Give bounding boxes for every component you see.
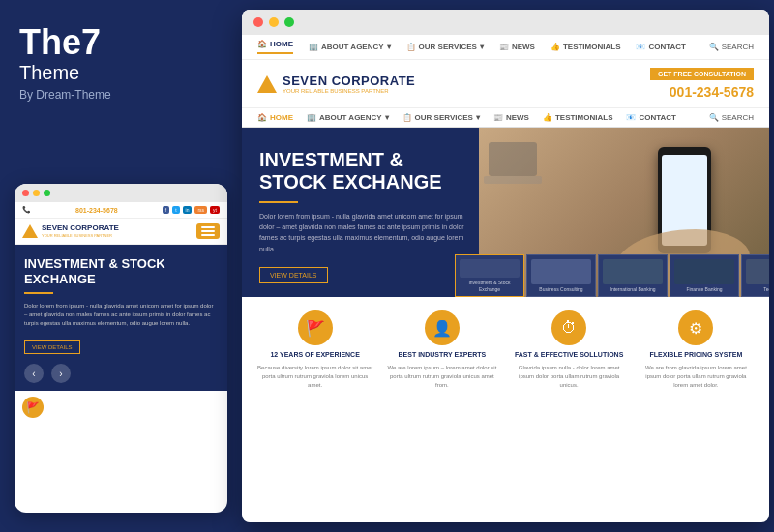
services-icon: 📋 <box>406 43 416 51</box>
nav2-home[interactable]: 🏠 HOME <box>257 113 293 122</box>
feature-1: 👤 BEST INDUSTRY EXPERTS We are lorem ips… <box>384 310 499 390</box>
site-header: SEVEN CORPORATE YOUR RELIABLE BUSINESS P… <box>242 60 769 108</box>
site-primary-nav: 🏠 HOME 🏢 ABOUT AGENCY ▾ 📋 OUR SERVICES ▾… <box>242 35 769 60</box>
mobile-dot-red <box>22 190 29 196</box>
thumb-label-1: Business Consulting <box>539 286 582 293</box>
browser-dot-green[interactable] <box>284 17 294 27</box>
hamburger-line-3 <box>201 234 215 236</box>
browser-dot-red[interactable] <box>253 17 263 27</box>
rss-icon[interactable]: rss <box>194 206 207 214</box>
thumb-img-1 <box>531 259 591 284</box>
nav2-about[interactable]: 🏢 ABOUT AGENCY ▾ <box>307 113 389 122</box>
browser-titlebar <box>242 10 769 35</box>
hero-title: INVESTMENT & STOCK EXCHANGE <box>259 149 472 193</box>
fake-desk-item <box>484 176 542 184</box>
thumb-img-2 <box>603 259 663 284</box>
nav2-contact[interactable]: 📧 CONTACT <box>626 113 676 122</box>
mobile-titlebar <box>15 184 227 202</box>
thumb-label-3: Finance Banking <box>686 286 722 293</box>
hamburger-line-1 <box>201 226 215 228</box>
mobile-social-icons: f t in rss yt <box>163 206 220 214</box>
hero-text: Dolor lorem from ipsum - nulla glavrida … <box>259 211 472 254</box>
theme-subtitle: Theme <box>19 62 218 84</box>
hero-button[interactable]: VIEW DETAILS <box>259 267 328 283</box>
mobile-hero-nav: ‹ › <box>24 364 218 383</box>
mobile-logo-text-wrap: SEVEN CORPORATE YOUR RELIABLE BUSINESS P… <box>42 224 119 238</box>
nav-services[interactable]: 📋 OUR SERVICES ▾ <box>406 43 484 51</box>
mobile-mockup: 📞 801-234-5678 f t in rss yt SEVEN CORPO… <box>15 184 227 513</box>
nav2-news[interactable]: 📰 NEWS <box>493 113 529 122</box>
theme-by: By Dream-Theme <box>19 88 218 102</box>
mobile-next-arrow[interactable]: › <box>51 364 71 383</box>
about-icon: 🏢 <box>309 43 318 51</box>
nav2-testimonials[interactable]: 👍 TESTIMONIALS <box>543 113 613 122</box>
mobile-hero-button[interactable]: VIEW DETAILS <box>24 340 80 354</box>
feature-icon-1: 👤 <box>425 310 460 345</box>
feature-title-0: 12 YEARS OF EXPERIENCE <box>270 351 359 358</box>
thumb-img-3 <box>674 259 734 284</box>
feature-icon-2: ⏱ <box>551 310 586 345</box>
header-cta-button[interactable]: GET FREE CONSULTATION <box>650 68 754 80</box>
nav-news[interactable]: 📰 NEWS <box>499 43 535 51</box>
news2-icon: 📰 <box>493 113 503 122</box>
nav2-services[interactable]: 📋 OUR SERVICES ▾ <box>402 113 480 122</box>
mobile-hero-text: Dolor lorem from ipsum - nulla glavrida … <box>24 302 218 328</box>
about2-icon: 🏢 <box>307 113 316 122</box>
left-panel: The7 Theme By Dream-Theme 📞 801-234-5678… <box>0 0 237 532</box>
nav-contact[interactable]: 📧 CONTACT <box>636 43 686 51</box>
news-icon: 📰 <box>499 43 509 51</box>
search-area[interactable]: 🔍 SEARCH <box>709 43 754 51</box>
browser-dot-yellow[interactable] <box>269 17 279 27</box>
hero-thumb-3[interactable]: Finance Banking <box>670 254 739 297</box>
search2-area[interactable]: 🔍 SEARCH <box>709 113 754 122</box>
mobile-phone-number: 801-234-5678 <box>75 207 118 214</box>
hero-thumbnails: Investment & Stock Exchange Business Con… <box>455 254 769 297</box>
mobile-prev-arrow[interactable]: ‹ <box>24 364 44 383</box>
fake-laptop <box>489 142 537 176</box>
search-icon: 🔍 <box>709 43 719 51</box>
facebook-icon[interactable]: f <box>163 206 169 214</box>
hero-content: INVESTMENT & STOCK EXCHANGE Dolor lorem … <box>259 149 472 283</box>
about2-chevron: ▾ <box>385 113 389 122</box>
logo-text-wrap: SEVEN CORPORATE YOUR RELIABLE BUSINESS P… <box>283 74 415 94</box>
mobile-hero: INVESTMENT & STOCK EXCHANGE Dolor lorem … <box>15 245 227 391</box>
about-chevron: ▾ <box>387 43 391 51</box>
hero-underline <box>259 201 298 203</box>
nav-testimonials[interactable]: 👍 TESTIMONIALS <box>551 43 621 51</box>
hero-thumb-4[interactable]: Technology <box>741 254 769 297</box>
contact2-icon: 📧 <box>626 113 636 122</box>
mobile-phone-icon: 📞 <box>22 206 31 214</box>
hero-thumb-1[interactable]: Business Consulting <box>526 254 596 297</box>
header-phone: 001-234-5678 <box>670 84 754 100</box>
site-hero: INVESTMENT & STOCK EXCHANGE Dolor lorem … <box>242 128 769 297</box>
feature-icon-3: ⚙ <box>678 310 713 345</box>
feature-text-2: Glavrida ipsum nulla - dolor lorem amet … <box>512 364 627 390</box>
site-logo: SEVEN CORPORATE YOUR RELIABLE BUSINESS P… <box>257 74 415 94</box>
thumb-label-4: Technology <box>763 286 769 293</box>
mobile-feature-icon: 🚩 <box>22 397 44 418</box>
feature-2: ⏱ FAST & EFFECTIVE SOLLUTIONS Glavrida i… <box>512 310 627 390</box>
mobile-hamburger-button[interactable] <box>196 223 220 239</box>
thumb-label-2: International Banking <box>610 286 656 293</box>
mobile-logo-area: SEVEN CORPORATE YOUR RELIABLE BUSINESS P… <box>22 224 119 238</box>
services-chevron: ▾ <box>480 43 484 51</box>
services2-icon: 📋 <box>402 113 412 122</box>
youtube-icon[interactable]: yt <box>210 206 220 214</box>
feature-title-1: BEST INDUSTRY EXPERTS <box>399 351 487 358</box>
home2-icon: 🏠 <box>257 113 267 122</box>
hero-thumb-0[interactable]: Investment & Stock Exchange <box>455 254 524 297</box>
linkedin-icon[interactable]: in <box>183 206 193 214</box>
nav-home[interactable]: 🏠 HOME <box>257 40 293 54</box>
feature-text-1: We are lorem ipsum – lorem amet dolor si… <box>384 364 499 390</box>
browser-mockup: 🏠 HOME 🏢 ABOUT AGENCY ▾ 📋 OUR SERVICES ▾… <box>242 10 769 522</box>
nav-about[interactable]: 🏢 ABOUT AGENCY ▾ <box>309 43 391 51</box>
mobile-icon-section: 🚩 <box>15 391 227 424</box>
feature-title-2: FAST & EFFECTIVE SOLLUTIONS <box>515 351 623 358</box>
hero-thumb-2[interactable]: International Banking <box>598 254 668 297</box>
services2-chevron: ▾ <box>476 113 480 122</box>
feature-text-0: Because diversity lorem ipsum dolor sit … <box>257 364 372 390</box>
thumb-label-0: Investment & Stock Exchange <box>460 280 520 292</box>
twitter-icon[interactable]: t <box>172 206 179 214</box>
mobile-logo-name: SEVEN CORPORATE <box>42 224 119 233</box>
mobile-hero-title: INVESTMENT & STOCK EXCHANGE <box>24 256 218 286</box>
